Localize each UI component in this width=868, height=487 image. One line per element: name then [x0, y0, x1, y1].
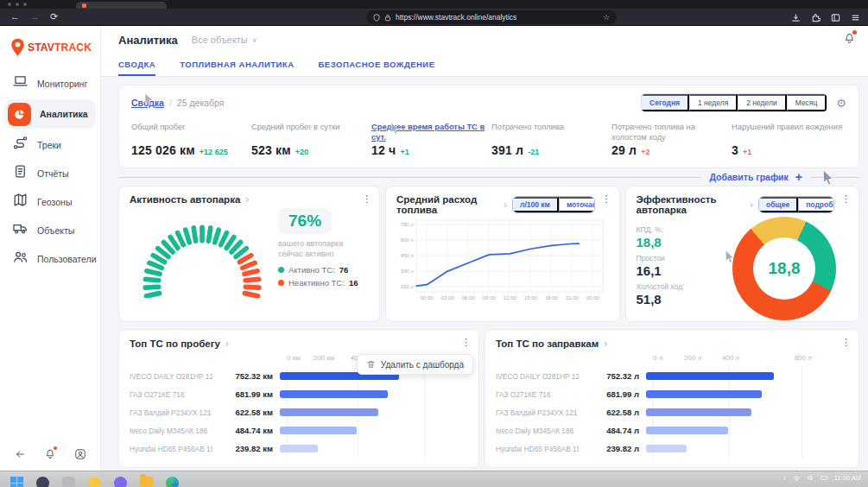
notifications-bell-icon[interactable] — [44, 448, 56, 464]
metric: Потрачено топлива на холостом ходу29 л+2 — [611, 122, 726, 157]
taskbar-app-icon[interactable] — [36, 477, 49, 487]
summary-title-link[interactable]: Сводка — [131, 98, 164, 108]
bar-row: ГАЗ Валдай Р234УХ 121622.58 км — [130, 403, 463, 421]
svg-text:750 л: 750 л — [401, 222, 415, 227]
stat-label: Простои — [637, 254, 685, 262]
vehicle-name: ГАЗ О271КЕ 716 — [130, 390, 212, 399]
legend-label: Неактивно ТС: — [288, 278, 345, 288]
sidebar-item-reports[interactable]: Отчёты — [0, 159, 100, 187]
taskbar-folder-icon[interactable] — [140, 477, 153, 487]
metric-value: 29 л — [611, 143, 637, 157]
tab-summary[interactable]: СВОДКА — [118, 54, 155, 76]
metric: Среднее время работы ТС в сут.12 ч+1 — [371, 122, 486, 157]
url-bar[interactable]: https://www.stavtrack.online/analytics — [366, 10, 617, 24]
account-icon[interactable] — [74, 448, 86, 464]
metric: Потрачено топлива391 л-21 — [491, 122, 606, 157]
bar-charts-row: Топ ТС по пробегу 0 км200 км400 кмIVECO … — [118, 329, 859, 468]
sidebar-item-analytics[interactable]: Аналитика — [4, 99, 96, 129]
bar-track — [646, 390, 843, 398]
bar-row: IVECO DAILY О281НР 126752.32 л — [496, 367, 843, 385]
period-button[interactable]: Сегодня — [642, 94, 689, 111]
reload-button[interactable] — [50, 12, 58, 22]
axis-tick-label: 200 л — [684, 354, 701, 362]
metric-label-link[interactable]: Среднее время работы ТС в сут. — [371, 122, 486, 143]
screen: https://www.stavtrack.online/analytics S… — [0, 0, 868, 487]
summary-separator: / — [169, 98, 172, 108]
downloads-icon[interactable] — [791, 13, 801, 22]
period-button[interactable]: 1 неделя — [689, 94, 738, 111]
metric: Средний пробег в сутки523 км+20 — [251, 122, 366, 157]
forward-button[interactable] — [30, 12, 40, 22]
svg-text:00:00: 00:00 — [421, 295, 434, 300]
back-button[interactable] — [10, 12, 20, 22]
stat-value: 16,1 — [637, 263, 685, 278]
chevron-right-icon[interactable] — [604, 338, 607, 349]
bar-rows: IVECO DAILY О281НР 126752.32 лГАЗ О271КЕ… — [496, 367, 843, 458]
taskbar-browser-icon[interactable] — [166, 477, 179, 487]
stat-label: Холостой ход: — [637, 282, 685, 291]
settings-gear-icon[interactable] — [836, 98, 846, 109]
kebab-menu-icon[interactable] — [841, 194, 851, 204]
sidebar-item-label: Геозоны — [37, 197, 72, 207]
avg-fuel-line-chart: 750 л600 л450 л300 л150 л00:0003:0006:00… — [396, 219, 609, 303]
chevron-right-icon[interactable] — [245, 194, 249, 205]
sidebar-item-tracks[interactable]: Треки — [0, 130, 100, 159]
plus-icon[interactable] — [795, 171, 802, 183]
toggle-button[interactable]: подробно — [798, 197, 834, 212]
period-button[interactable]: Месяц — [787, 94, 827, 111]
taskbar-app-icon[interactable] — [114, 477, 127, 487]
gauge-caption: вашего автопарка сейчас активно — [278, 238, 369, 259]
bookmark-star-icon[interactable] — [603, 14, 610, 22]
objects-filter-dropdown[interactable]: Все объекты — [192, 35, 257, 45]
taskbar-app-icon[interactable] — [88, 477, 101, 487]
tab-fuel-analytics[interactable]: ТОПЛИВНАЯ АНАЛИТИКА — [180, 54, 294, 76]
battery-icon — [820, 474, 828, 482]
sidebar-nav: МониторингАналитикаТрекиОтчётыГеозоныОбъ… — [0, 69, 100, 273]
tab-safe-driving[interactable]: БЕЗОПАСНОЕ ВОЖДЕНИЕ — [319, 54, 435, 76]
bar-track — [280, 408, 463, 416]
sidebar-panel-icon[interactable] — [831, 13, 840, 22]
kebab-menu-icon[interactable] — [602, 194, 611, 204]
window-controls[interactable] — [8, 3, 27, 6]
chevron-right-icon[interactable] — [750, 199, 753, 210]
reports-icon — [12, 163, 29, 183]
kebab-menu-icon[interactable] — [841, 338, 851, 347]
sidebar-item-label: Аналитика — [40, 109, 88, 119]
taskbar-app-icon[interactable] — [62, 477, 75, 487]
legend-item: Активно ТС:76 — [278, 265, 369, 275]
vehicle-name: ГАЗ Валдай Р234УХ 121 — [496, 408, 579, 417]
metric-label: Общий пробег — [131, 122, 246, 143]
chevron-right-icon[interactable] — [504, 199, 507, 210]
chevron-right-icon[interactable] — [225, 338, 229, 349]
sidebar-item-objects[interactable]: Объекты — [0, 216, 100, 244]
delete-from-dashboard-menu-item[interactable]: Удалить с дашборда — [357, 354, 473, 375]
browser-tab[interactable] — [76, 2, 167, 9]
gauge-legend: Активно ТС:76Неактивно ТС:16 — [278, 265, 369, 288]
bar-fill — [280, 445, 318, 452]
sidebar-item-monitor[interactable]: Мониторинг — [0, 69, 100, 98]
collapse-sidebar-icon[interactable] — [14, 448, 26, 464]
tray-chevron-icon[interactable] — [782, 475, 787, 481]
sidebar-item-geozones[interactable]: Геозоны — [0, 187, 100, 216]
kebab-menu-icon[interactable] — [362, 194, 371, 204]
bar-row: Iveco Daily М345АК 186484.74 л — [496, 421, 843, 440]
toggle-button[interactable]: л/100 км — [513, 197, 559, 212]
menu-icon[interactable] — [851, 13, 860, 22]
toggle-button[interactable]: общее — [759, 197, 798, 212]
kebab-menu-icon[interactable] — [461, 338, 471, 347]
sidebar-item-users[interactable]: Пользователи — [0, 244, 100, 273]
shield-icon[interactable] — [373, 14, 380, 22]
url-text[interactable]: https://www.stavtrack.online/analytics — [396, 13, 516, 22]
svg-text:12:00: 12:00 — [504, 295, 517, 300]
summary-card: Сводка / 25 декабря Сегодня1 неделя2 нед… — [118, 85, 859, 168]
taskbar-windows-icon[interactable] — [10, 477, 23, 487]
bar-track — [280, 390, 463, 398]
volume-icon — [807, 474, 814, 482]
period-button[interactable]: 2 недели — [738, 94, 786, 111]
browser-tabstrip — [0, 0, 868, 9]
add-chart-button[interactable]: Добавить график — [710, 172, 789, 182]
toggle-button[interactable]: моточасы — [559, 197, 595, 212]
header-bell-icon[interactable] — [843, 32, 856, 48]
stavtrack-logo[interactable]: STAVTRACK — [0, 26, 100, 64]
extensions-icon[interactable] — [811, 13, 820, 22]
